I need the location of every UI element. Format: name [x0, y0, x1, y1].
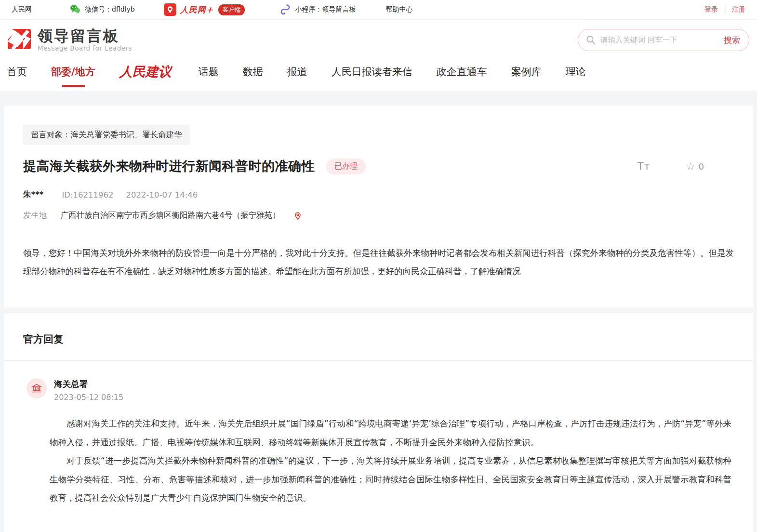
search-icon — [586, 35, 596, 45]
main-nav: 首页 部委/地方 人民建议 话题 数据 报道 人民日报读者来信 政企直通车 案例… — [0, 60, 757, 91]
search-input[interactable] — [600, 36, 724, 44]
nav-topics[interactable]: 话题 — [199, 65, 219, 80]
wechat-icon — [69, 3, 81, 16]
message-datetime: 2022-10-07 14:46 — [126, 190, 198, 200]
search-box[interactable]: 搜索 — [578, 29, 749, 51]
agency-name: 海关总署 — [54, 378, 123, 390]
main-content: 留言对象：海关总署党委书记、署长俞建华 提高海关截获外来物种时进行新闻科普时的准… — [0, 91, 757, 532]
agency-avatar — [27, 378, 47, 399]
reply-paragraph: 感谢对海关工作的关注和支持。近年来，海关先后组织开展“国门绿盾”行动和“跨境电商… — [50, 414, 731, 452]
peoples-daily-plus-label: 人民网+ — [180, 4, 213, 15]
peoples-daily-link[interactable]: 人民网 — [12, 5, 32, 14]
help-center-link[interactable]: 帮助中心 — [385, 5, 412, 14]
favorite-button[interactable]: ☆ 0 — [686, 160, 704, 172]
top-utility-bar: 人民网 微信号：dfldlyb — [0, 0, 757, 20]
miniprogram-icon — [279, 3, 291, 16]
site-logo-icon — [7, 28, 32, 52]
star-icon: ☆ — [686, 160, 695, 172]
message-title: 提高海关截获外来物种时进行新闻科普时的准确性 — [23, 158, 315, 175]
nav-gov-business-express[interactable]: 政企直通车 — [437, 65, 487, 80]
message-body: 领导，您好！中国海关对境外外来物种的防疫管理一向是十分严格的，我对此十分支持。但… — [23, 244, 734, 280]
client-app-badge: 客户端 — [218, 4, 245, 15]
register-link[interactable]: 注册 — [732, 5, 745, 14]
official-reply-card: 官方回复 海关总署 2023-05-12 08:15 — [4, 313, 753, 532]
message-id: ID:16211962 — [62, 190, 113, 200]
status-badge: 已办理 — [326, 159, 366, 174]
reply-section-title: 官方回复 — [4, 332, 753, 346]
nav-reports[interactable]: 报道 — [287, 65, 307, 80]
login-link[interactable]: 登录 — [704, 5, 718, 14]
site-title: 领导留言板 — [38, 28, 132, 44]
miniprogram-entry[interactable]: 小程序：领导留言板 — [279, 3, 356, 16]
font-size-toggle-icon[interactable]: Tт — [637, 160, 651, 172]
nav-data[interactable]: 数据 — [243, 65, 263, 80]
location-value: 广西壮族自治区南宁市西乡塘区衡阳路南六巷4号（振宁雅苑） — [61, 210, 280, 221]
location-label: 发生地 — [23, 210, 47, 221]
nav-home[interactable]: 首页 — [7, 65, 27, 80]
miniprogram-label: 小程序：领导留言板 — [295, 5, 356, 14]
nav-theory[interactable]: 理论 — [566, 65, 586, 80]
nav-ministries-local[interactable]: 部委/地方 — [51, 65, 95, 80]
reply-paragraph: 对于反馈“进一步提高海关拦截外来物种新闻科普的准确性”的建议，下一步，海关将持续… — [50, 452, 731, 507]
favorite-count: 0 — [699, 161, 704, 172]
auth-divider: | — [724, 6, 726, 13]
peoples-daily-plus-icon — [164, 3, 176, 16]
message-target-tag: 留言对象：海关总署党委书记、署长俞建华 — [23, 125, 190, 145]
site-subtitle: Message Board for Leaders — [38, 44, 132, 52]
message-card: 留言对象：海关总署党委书记、署长俞建华 提高海关截获外来物种时进行新闻科普时的准… — [4, 106, 753, 307]
nav-peoples-suggestions[interactable]: 人民建议 — [120, 63, 172, 82]
government-building-icon — [31, 383, 42, 394]
peoples-daily-app[interactable]: 人民网+ 客户端 — [164, 3, 245, 16]
wechat-account: 微信号：dfldlyb — [69, 3, 135, 16]
location-pin-icon[interactable] — [293, 211, 303, 220]
nav-reader-letters[interactable]: 人民日报读者来信 — [332, 65, 412, 80]
wechat-id-label: 微信号：dfldlyb — [85, 5, 135, 14]
message-author: 朱*** — [23, 189, 43, 200]
nav-case-library[interactable]: 案例库 — [511, 65, 542, 80]
reply-datetime: 2023-05-12 08:15 — [54, 393, 123, 402]
search-button[interactable]: 搜索 — [724, 35, 740, 46]
site-header: 领导留言板 Message Board for Leaders 搜索 — [0, 20, 757, 60]
reply-content: 感谢对海关工作的关注和支持。近年来，海关先后组织开展“国门绿盾”行动和“跨境电商… — [27, 414, 731, 507]
site-logo[interactable]: 领导留言板 Message Board for Leaders — [7, 28, 132, 53]
